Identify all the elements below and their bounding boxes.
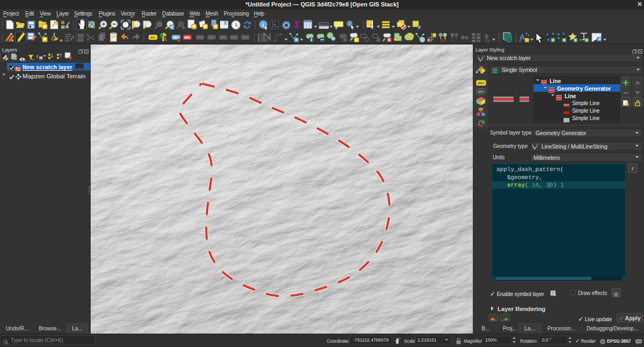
- svg-text:abc: abc: [478, 81, 484, 85]
- svg-text:abc: abc: [231, 35, 237, 39]
- svg-text:i: i: [262, 22, 264, 28]
- svg-text:✱: ✱: [43, 24, 47, 29]
- svg-text:✱: ✱: [192, 24, 196, 29]
- svg-text:✱: ✱: [203, 24, 207, 29]
- svg-text:✱: ✱: [214, 24, 217, 29]
- svg-text:ε: ε: [36, 53, 39, 59]
- svg-text:abc: abc: [184, 35, 191, 39]
- svg-text:✱: ✱: [43, 37, 47, 42]
- svg-text:✱: ✱: [355, 38, 358, 42]
- svg-text:abc: abc: [208, 35, 215, 39]
- svg-text:A: A: [519, 33, 525, 41]
- svg-text:abc: abc: [478, 90, 484, 93]
- svg-text:abc: abc: [150, 35, 156, 39]
- svg-text:1:1: 1:1: [157, 23, 162, 26]
- svg-text:abc: abc: [242, 35, 248, 39]
- svg-text:abc: abc: [197, 35, 203, 39]
- svg-text:abc: abc: [220, 35, 226, 39]
- svg-text:Σ: Σ: [294, 20, 299, 29]
